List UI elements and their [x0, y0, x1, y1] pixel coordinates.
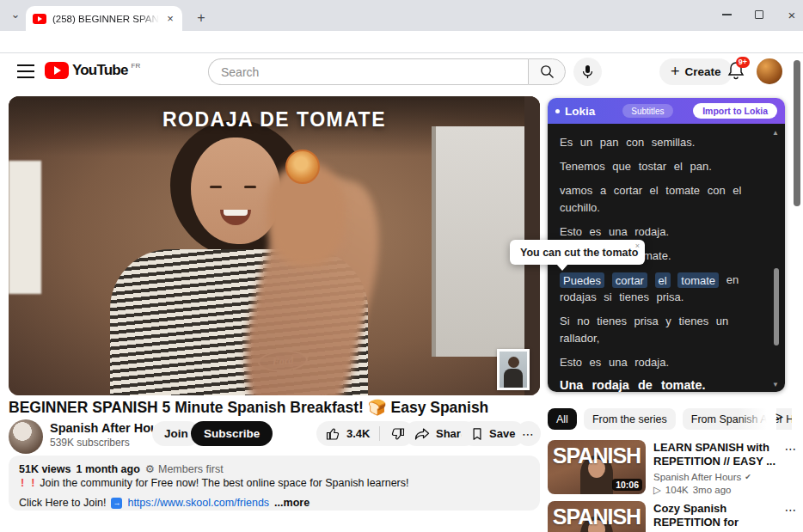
related-thumbnail[interactable]: SPANISH 10:06 — [548, 440, 646, 494]
search-button[interactable] — [528, 58, 566, 85]
bookmark-icon — [471, 427, 483, 441]
search-icon — [540, 64, 555, 79]
related-title[interactable]: Cozy Spanish REPETITION for Learning! //… — [653, 502, 777, 529]
related-menu-icon[interactable]: ⋯ — [785, 440, 798, 496]
subscribe-button[interactable]: Subscribe — [191, 421, 273, 446]
search-bar[interactable] — [208, 58, 528, 85]
like-button[interactable]: 3.4K — [316, 426, 379, 442]
chips-next-icon[interactable]: > — [775, 410, 782, 424]
window-maximize-button[interactable] — [745, 0, 774, 29]
description-meta-row: 51K views 1 month ago ⚙ Members first — [19, 462, 530, 475]
browser-navbar: ← → ⟳ youtube.com/watch?v=a5wEnCfl-jA ☆ … — [0, 31, 803, 53]
chip-from-series[interactable]: From the series — [584, 408, 676, 430]
skool-link[interactable]: https://www.skool.com/friends — [127, 497, 269, 509]
related-channel[interactable]: Spanish After Hours ✔ — [653, 472, 777, 482]
duration-badge: 10:06 — [612, 479, 642, 491]
subtitle-line[interactable]: Tenemos que tostar el pan. — [560, 158, 764, 175]
new-tab-button[interactable]: + — [191, 8, 211, 28]
subtitle-current-line[interactable]: Una rodaja de tomate. — [560, 378, 764, 392]
create-label: Create — [685, 65, 721, 78]
tomato-slice — [285, 150, 320, 184]
thumbs-down-icon — [389, 426, 405, 442]
join-cta-text: Click Here to Join! — [19, 497, 106, 509]
highlighted-word[interactable]: tomate — [677, 272, 719, 288]
import-to-lokia-button[interactable]: Import to Lokia — [693, 103, 777, 119]
related-menu-icon[interactable]: ⋯ — [785, 501, 798, 532]
thumbnail-text: SPANISH — [548, 443, 646, 468]
subscriber-count: 539K subscribers — [50, 437, 130, 449]
chip-fade-overlay — [738, 408, 776, 431]
page-scrollbar-thumb[interactable] — [794, 60, 800, 206]
view-count: 51K views — [19, 463, 70, 475]
panel-scroll-up-icon[interactable]: ▲ — [772, 129, 779, 137]
subtitle-line[interactable]: Esto es una rodaja. — [560, 354, 764, 371]
bullet-icon — [555, 109, 560, 113]
subtitle-line-highlighted[interactable]: Puedes cortar el tomate en rodajas si ti… — [560, 272, 764, 306]
search-input[interactable] — [221, 65, 516, 79]
panel-scrollbar-thumb[interactable] — [774, 268, 779, 345]
related-video[interactable]: SPANISH Cozy Spanish REPETITION for Lear… — [548, 501, 797, 532]
related-age: 3mo ago — [693, 485, 732, 495]
van-window-left — [9, 161, 41, 294]
highlighted-word[interactable]: el — [655, 272, 671, 288]
show-more-link[interactable]: ...more — [274, 497, 310, 509]
related-meta: ▷ 104K 3mo ago — [653, 484, 777, 496]
highlighted-word[interactable]: Puedes — [560, 272, 604, 288]
subtitles-tab[interactable]: Subtitles — [622, 104, 672, 118]
voice-search-button[interactable] — [573, 58, 602, 86]
youtube-profile-avatar[interactable] — [757, 58, 782, 84]
lokia-header: Lokia Subtitles Import to Lokia — [548, 98, 785, 124]
related-video[interactable]: SPANISH 10:06 LEARN SPANISH with REPETIT… — [548, 440, 797, 496]
share-icon — [414, 427, 430, 441]
exclamation-icon: ! — [19, 477, 26, 489]
subtitle-line[interactable]: Esto es una rodaja. — [560, 223, 764, 241]
like-count: 3.4K — [346, 427, 370, 440]
chip-all[interactable]: All — [548, 408, 577, 430]
related-info: Cozy Spanish REPETITION for Learning! //… — [653, 501, 777, 532]
tab-close-icon[interactable]: × — [165, 12, 175, 25]
plus-icon: + — [671, 63, 680, 81]
youtube-favicon-icon — [33, 14, 46, 24]
browser-window: ⌄ (258) BEGINNER SPANISH 5 Mi × + × ← → … — [0, 0, 803, 532]
youtube-wordmark: YouTube — [72, 62, 128, 79]
subtitle-line[interactable]: Es un pan con semillas. — [560, 134, 764, 151]
translation-tooltip: You can cut the tomato × — [510, 240, 645, 265]
lokia-brand: Lokia — [555, 105, 595, 118]
browser-titlebar: ⌄ (258) BEGINNER SPANISH 5 Mi × + × — [0, 0, 803, 31]
subtitle-line[interactable]: vamos a cortar el tomate con el cuchillo… — [560, 182, 764, 217]
browser-tab[interactable]: (258) BEGINNER SPANISH 5 Mi × — [26, 6, 182, 31]
thumbs-up-icon — [326, 426, 341, 442]
more-actions-button[interactable]: ⋯ — [516, 421, 541, 446]
window-minimize-button[interactable] — [712, 0, 741, 29]
video-caption-overlay: RODAJA DE TOMATE — [9, 108, 540, 131]
video-player[interactable]: Ford RODAJA DE TOMATE — [9, 96, 540, 395]
microphone-icon — [581, 64, 594, 79]
create-button[interactable]: + Create — [659, 58, 733, 85]
youtube-play-icon — [45, 62, 69, 79]
channel-avatar[interactable] — [9, 419, 43, 454]
related-thumbnail[interactable]: SPANISH — [548, 501, 646, 532]
related-info: LEARN SPANISH with REPETITION // EASY ..… — [653, 440, 777, 496]
members-first-badge: ⚙ Members first — [145, 462, 224, 475]
youtube-logo[interactable]: YouTube FR — [45, 62, 140, 79]
menu-hamburger-icon[interactable] — [17, 64, 34, 78]
related-views: 104K — [665, 485, 689, 495]
thumbnail-text: SPANISH — [548, 504, 646, 529]
tooltip-close-icon[interactable]: × — [635, 242, 640, 250]
like-dislike-bar: 3.4K — [316, 421, 414, 446]
description-line-1: ! ! Join the community for Free now! The… — [19, 477, 530, 489]
tab-search-icon[interactable]: ⌄ — [7, 7, 24, 24]
youtube-country-code: FR — [132, 62, 141, 70]
panel-scroll-down-icon[interactable]: ▼ — [772, 381, 779, 388]
highlighted-word[interactable]: cortar — [612, 272, 647, 288]
verified-icon: ✔ — [745, 473, 751, 481]
window-close-button[interactable]: × — [777, 0, 803, 29]
tooltip-text: You can cut the tomato — [520, 247, 638, 259]
related-title[interactable]: LEARN SPANISH with REPETITION // EASY ..… — [653, 441, 777, 468]
play-outline-icon: ▷ — [653, 484, 661, 496]
upload-age: 1 month ago — [76, 463, 139, 475]
gear-icon: ⚙ — [145, 462, 155, 475]
description-box[interactable]: 51K views 1 month ago ⚙ Members first ! … — [9, 456, 540, 511]
subtitle-line[interactable]: Si no tienes prisa y tienes un rallador, — [560, 313, 764, 347]
tab-title: (258) BEGINNER SPANISH 5 Mi — [52, 14, 159, 24]
